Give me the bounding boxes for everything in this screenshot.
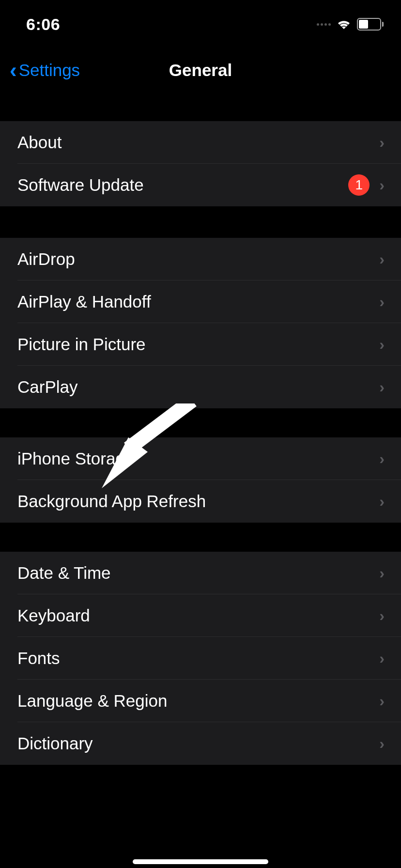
row-label: iPhone Storage bbox=[17, 449, 134, 468]
chevron-right-icon: › bbox=[379, 176, 385, 194]
page-title: General bbox=[169, 61, 232, 80]
row-label: Dictionary bbox=[17, 734, 93, 753]
row-date-time[interactable]: Date & Time › bbox=[0, 552, 401, 594]
section-about: About › Software Update 1 › bbox=[0, 121, 401, 206]
notification-badge: 1 bbox=[348, 174, 370, 196]
chevron-right-icon: › bbox=[379, 564, 385, 582]
row-label: Keyboard bbox=[17, 606, 90, 625]
battery-icon bbox=[357, 18, 384, 31]
row-label: CarPlay bbox=[17, 377, 77, 397]
row-about[interactable]: About › bbox=[0, 121, 401, 164]
row-airplay-handoff[interactable]: AirPlay & Handoff › bbox=[0, 280, 401, 323]
row-carplay[interactable]: CarPlay › bbox=[0, 366, 401, 408]
row-label: AirDrop bbox=[17, 249, 75, 269]
row-software-update[interactable]: Software Update 1 › bbox=[0, 164, 401, 206]
section-storage: iPhone Storage › Background App Refresh … bbox=[0, 437, 401, 523]
section-system: Date & Time › Keyboard › Fonts › Languag… bbox=[0, 552, 401, 765]
back-button-label: Settings bbox=[19, 61, 80, 80]
row-dictionary[interactable]: Dictionary › bbox=[0, 722, 401, 765]
navigation-bar: ‹ Settings General bbox=[0, 48, 401, 92]
chevron-right-icon: › bbox=[379, 493, 385, 511]
chevron-right-icon: › bbox=[379, 692, 385, 710]
chevron-right-icon: › bbox=[379, 134, 385, 152]
chevron-right-icon: › bbox=[379, 650, 385, 667]
chevron-right-icon: › bbox=[379, 336, 385, 354]
row-label: About bbox=[17, 133, 62, 152]
settings-content: About › Software Update 1 › AirDrop › Ai… bbox=[0, 92, 401, 765]
chevron-right-icon: › bbox=[379, 735, 385, 753]
row-label: AirPlay & Handoff bbox=[17, 292, 151, 311]
row-label: Software Update bbox=[17, 175, 144, 195]
row-background-app-refresh[interactable]: Background App Refresh › bbox=[0, 480, 401, 523]
chevron-right-icon: › bbox=[379, 250, 385, 268]
wifi-icon bbox=[336, 18, 352, 30]
row-keyboard[interactable]: Keyboard › bbox=[0, 594, 401, 637]
row-label: Background App Refresh bbox=[17, 492, 206, 511]
row-language-region[interactable]: Language & Region › bbox=[0, 680, 401, 722]
row-picture-in-picture[interactable]: Picture in Picture › bbox=[0, 323, 401, 366]
home-indicator[interactable] bbox=[133, 859, 268, 864]
back-button[interactable]: ‹ Settings bbox=[10, 60, 80, 81]
row-label: Fonts bbox=[17, 649, 60, 668]
chevron-left-icon: ‹ bbox=[10, 60, 17, 81]
row-label: Language & Region bbox=[17, 691, 167, 711]
row-airdrop[interactable]: AirDrop › bbox=[0, 238, 401, 280]
row-label: Date & Time bbox=[17, 563, 111, 583]
status-bar: 6:06 bbox=[0, 0, 401, 48]
status-time: 6:06 bbox=[26, 15, 60, 34]
status-icons bbox=[317, 18, 384, 31]
row-iphone-storage[interactable]: iPhone Storage › bbox=[0, 437, 401, 480]
row-label: Picture in Picture bbox=[17, 335, 146, 354]
chevron-right-icon: › bbox=[379, 293, 385, 311]
chevron-right-icon: › bbox=[379, 607, 385, 625]
row-fonts[interactable]: Fonts › bbox=[0, 637, 401, 680]
cellular-signal-icon bbox=[317, 23, 331, 26]
chevron-right-icon: › bbox=[379, 450, 385, 468]
chevron-right-icon: › bbox=[379, 378, 385, 396]
section-airplay: AirDrop › AirPlay & Handoff › Picture in… bbox=[0, 238, 401, 408]
